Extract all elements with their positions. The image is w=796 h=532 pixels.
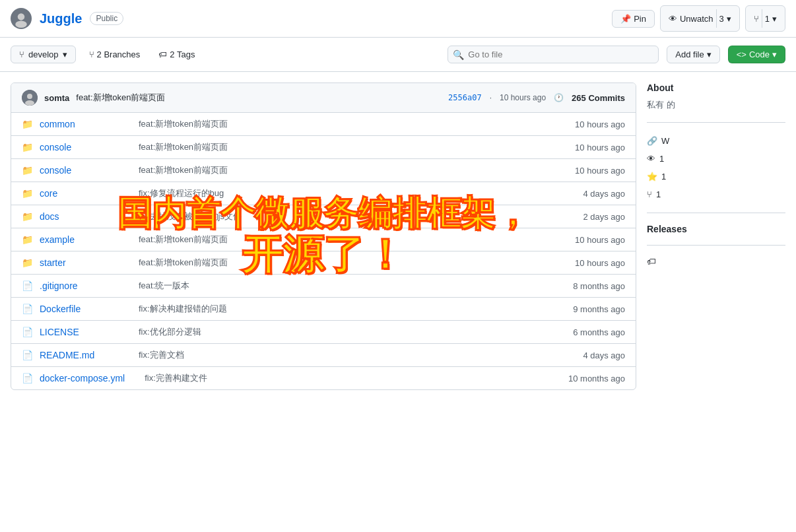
table-row: 📄docker-compose.ymlfix:完善构建文件10 months a… <box>11 367 636 389</box>
fork-label: 1 <box>656 189 661 199</box>
fork-item[interactable]: ⑂ 1 <box>647 187 785 202</box>
tags-link[interactable]: 🏷 2 Tags <box>153 46 200 63</box>
file-name[interactable]: example <box>40 234 119 245</box>
file-commit-message: fix:优化部分逻辑 <box>125 326 566 338</box>
commit-author-avatar <box>22 90 38 106</box>
file-icon: 📄 <box>22 350 33 360</box>
pin-button[interactable]: 📌 Pin <box>612 10 655 28</box>
star-icon: ⭐ <box>647 172 657 182</box>
code-button[interactable]: <> Code ▾ <box>728 46 785 63</box>
fork-icon: ⑂ <box>754 14 759 24</box>
table-row: 📁starterfeat:新增token前端页面10 hours ago <box>11 251 636 275</box>
repo-avatar <box>11 8 32 29</box>
fork-icon-sidebar: ⑂ <box>647 189 652 199</box>
file-commit-message: feat:新增token前端页面 <box>125 141 568 153</box>
about-title: About <box>647 83 785 93</box>
file-time: 4 days ago <box>583 350 625 360</box>
file-name[interactable]: console <box>40 165 119 176</box>
chevron-down-icon: ▾ <box>727 14 731 24</box>
commit-header: somta feat:新增token前端页面 2556a07 · 10 hour… <box>11 83 636 113</box>
file-commit-message: feat:统一版本 <box>125 280 566 292</box>
table-row: 📁docsfix:去掉没有被用到的js文件2 days ago <box>11 205 636 228</box>
top-bar-right: 📌 Pin 👁 Unwatch 3 ▾ ⑂ 1 ▾ <box>612 5 785 32</box>
file-time: 10 hours ago <box>575 258 625 268</box>
file-commit-message: feat:新增token前端页面 <box>125 257 568 269</box>
unwatch-button[interactable]: 👁 Unwatch 3 ▾ <box>660 5 740 32</box>
packages-icon: 🏷 <box>647 256 785 267</box>
folder-icon: 📁 <box>22 211 33 222</box>
divider <box>716 9 717 28</box>
eye-icon: 👁 <box>669 14 677 24</box>
search-input[interactable] <box>448 46 659 63</box>
table-row: 📁consolefeat:新增token前端页面10 hours ago <box>11 136 636 159</box>
table-row: 📄LICENSEfix:优化部分逻辑6 months ago <box>11 321 636 344</box>
search-bar: 🔍 <box>448 46 659 63</box>
file-name[interactable]: docs <box>40 211 119 222</box>
folder-icon: 📁 <box>22 119 33 129</box>
code-chevron: ▾ <box>772 50 777 59</box>
top-bar: Juggle Public 📌 Pin 👁 Unwatch 3 ▾ ⑂ 1 ▾ <box>0 0 796 38</box>
file-time: 2 days ago <box>583 212 625 222</box>
commit-author-name[interactable]: somta <box>44 93 69 103</box>
pin-icon: 📌 <box>620 14 631 24</box>
file-name[interactable]: console <box>40 142 119 152</box>
file-time: 10 months ago <box>568 374 625 383</box>
fork-button[interactable]: ⑂ 1 ▾ <box>745 5 785 32</box>
file-icon: 📄 <box>22 304 33 314</box>
branches-link[interactable]: ⑂ 2 Branches <box>84 46 146 63</box>
branch-chevron: ▾ <box>63 50 67 59</box>
file-time: 8 months ago <box>573 281 625 291</box>
fork-chevron: ▾ <box>772 14 777 24</box>
about-section: About 私有 的 <box>647 83 785 123</box>
file-name[interactable]: core <box>40 188 119 199</box>
folder-icon: 📁 <box>22 142 33 152</box>
file-name[interactable]: common <box>40 119 119 129</box>
folder-icon: 📁 <box>22 257 33 268</box>
file-time: 10 hours ago <box>575 143 625 152</box>
releases-title: Releases <box>647 224 785 234</box>
watch-item[interactable]: 👁 1 <box>647 151 785 166</box>
file-icon: 📄 <box>22 281 33 291</box>
add-file-button[interactable]: Add file ▾ <box>667 46 719 63</box>
file-name[interactable]: .gitignore <box>40 281 119 291</box>
file-commit-message: fix:完善文档 <box>125 349 576 361</box>
file-commit-message: fix:解决构建报错的问题 <box>125 303 566 315</box>
table-row: 📄README.mdfix:完善文档4 days ago <box>11 344 636 367</box>
add-file-chevron: ▾ <box>707 50 712 59</box>
branches-icon: ⑂ <box>89 50 94 59</box>
sidebar: About 私有 的 🔗 W 👁 1 ⭐ 1 ⑂ <box>647 83 785 390</box>
file-icon: 📄 <box>22 327 33 337</box>
table-row: 📄.gitignorefeat:统一版本8 months ago <box>11 275 636 298</box>
link-icon: 🔗 <box>647 136 657 146</box>
repo-name[interactable]: Juggle <box>40 11 82 26</box>
commit-message-text: feat:新增token前端页面 <box>76 92 442 104</box>
branch-selector[interactable]: ⑂ develop ▾ <box>11 46 76 63</box>
file-name[interactable]: Dockerfile <box>40 304 119 314</box>
watch-icon: 👁 <box>647 154 655 164</box>
about-text: 私有 的 <box>647 98 785 112</box>
folder-icon: 📁 <box>22 188 33 199</box>
star-item[interactable]: ⭐ 1 <box>647 169 785 184</box>
table-row: 📁commonfeat:新增token前端页面10 hours ago <box>11 113 636 136</box>
file-name[interactable]: docker-compose.yml <box>40 373 125 383</box>
folder-icon: 📁 <box>22 234 33 245</box>
table-row: 📁examplefeat:新增token前端页面10 hours ago <box>11 228 636 251</box>
website-link[interactable]: 🔗 W <box>647 133 785 149</box>
file-name[interactable]: LICENSE <box>40 327 119 337</box>
folder-icon: 📁 <box>22 165 33 176</box>
table-row: 📄Dockerfilefix:解决构建报错的问题9 months ago <box>11 298 636 321</box>
file-time: 10 hours ago <box>575 235 625 245</box>
fork-count: 1 <box>765 14 770 24</box>
commits-count-link[interactable]: 265 Commits <box>572 93 625 103</box>
main-content: 国内首个微服务编排框架， 开源了！ somta feat:新增token前端页面… <box>0 72 796 401</box>
file-name[interactable]: README.md <box>40 350 119 360</box>
svg-point-1 <box>18 13 25 20</box>
commit-hash[interactable]: 2556a07 <box>448 93 482 102</box>
file-name[interactable]: starter <box>40 257 119 268</box>
code-icon: <> <box>737 50 746 59</box>
file-commit-message: fix:完善构建文件 <box>131 372 562 384</box>
table-row: 📁consolefeat:新增token前端页面10 hours ago <box>11 159 636 182</box>
file-time: 9 months ago <box>573 304 625 314</box>
fork-divider <box>762 9 762 28</box>
search-icon: 🔍 <box>453 50 464 60</box>
